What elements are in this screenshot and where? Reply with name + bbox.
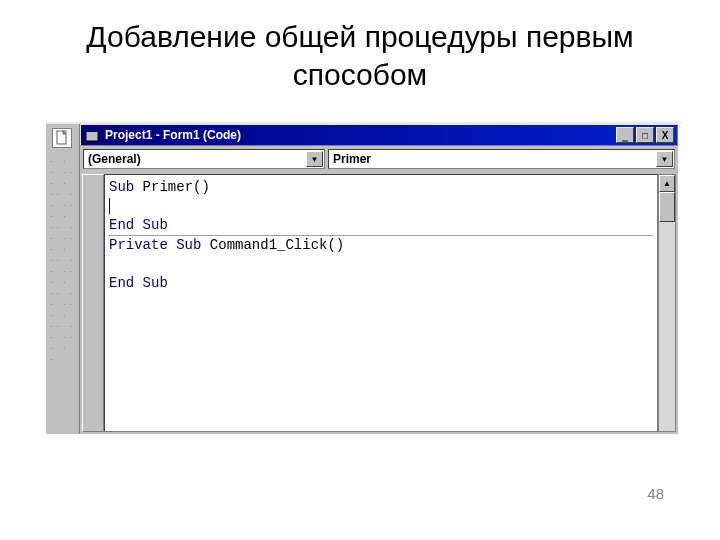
procedure-separator (109, 235, 653, 236)
object-dropdown[interactable]: (General) ▼ (83, 149, 325, 169)
ide-window: . . . .. . . .. . . .. . . .. . . .. . .… (46, 122, 678, 434)
keyword: Sub (109, 179, 134, 195)
keyword: End Sub (109, 275, 168, 291)
mdi-gutter: . . . .. . . .. . . .. . . .. . . .. . .… (46, 124, 80, 434)
vertical-scrollbar[interactable]: ▲ (658, 174, 676, 432)
scroll-up-button[interactable]: ▲ (659, 175, 675, 192)
page-number: 48 (647, 485, 664, 502)
titlebar[interactable]: Project1 - Form1 (Code) ‗ □ X (80, 124, 678, 146)
close-button[interactable]: X (656, 127, 674, 143)
procedure-dropdown-value: Primer (333, 152, 371, 166)
chevron-down-icon[interactable]: ▼ (656, 151, 673, 167)
slide-title: Добавление общей процедуры первым способ… (0, 0, 720, 105)
code-text: Command1_Click() (201, 237, 344, 253)
code-margin (82, 174, 104, 432)
object-dropdown-value: (General) (88, 152, 141, 166)
keyword: End Sub (109, 217, 168, 233)
window-title: Project1 - Form1 (Code) (105, 128, 614, 142)
dropdown-row: (General) ▼ Primer ▼ (80, 146, 678, 172)
chevron-down-icon[interactable]: ▼ (306, 151, 323, 167)
svg-rect-2 (86, 129, 98, 132)
document-icon[interactable] (52, 128, 72, 148)
code-text: Primer() (134, 179, 210, 195)
keyword: Private Sub (109, 237, 201, 253)
gutter-pattern: . . . .. . . .. . . .. . . .. . . .. . .… (50, 154, 76, 363)
scroll-thumb[interactable] (659, 192, 675, 222)
minimize-button[interactable]: ‗ (616, 127, 634, 143)
procedure-dropdown[interactable]: Primer ▼ (328, 149, 675, 169)
maximize-button[interactable]: □ (636, 127, 654, 143)
code-editor[interactable]: Sub Primer() End SubPrivate Sub Command1… (104, 174, 658, 432)
text-cursor (109, 198, 110, 214)
code-window: Project1 - Form1 (Code) ‗ □ X (General) … (80, 124, 678, 434)
code-container: Sub Primer() End SubPrivate Sub Command1… (80, 172, 678, 434)
form-icon (84, 127, 100, 143)
